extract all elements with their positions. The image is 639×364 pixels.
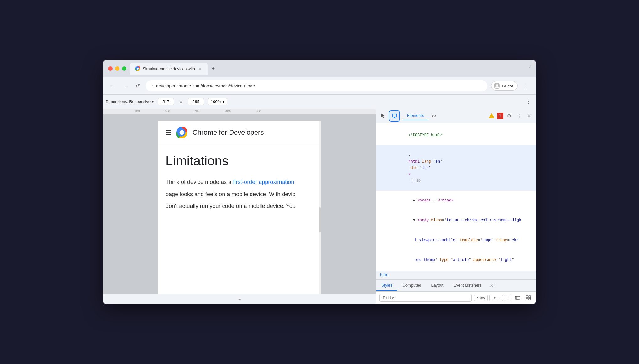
guest-label: Guest [502, 84, 513, 88]
simulated-page: ☰ Chrome for Developers [158, 121, 321, 294]
guest-button[interactable]: Guest [491, 81, 518, 91]
tree-line-body[interactable]: ▼ <body class="tenant--chrome color-sche… [376, 211, 536, 230]
zoom-value: 100% [211, 99, 221, 104]
device-mode-toolbar: Dimensions: Responsive ▾ x 100% ▾ ⋮ [103, 94, 536, 109]
devtools-header-actions: ! 1 ⚙ ⋮ × [488, 112, 533, 120]
more-dots-icon: ⋮ [526, 99, 531, 105]
tree-line-body-2[interactable]: t viewport--mobile" template="page" them… [376, 230, 536, 250]
svg-point-5 [180, 131, 184, 135]
close-button[interactable] [108, 66, 113, 71]
page-scrollbar[interactable] [319, 121, 321, 294]
zoom-arrow-icon: ▾ [222, 99, 224, 104]
tab-layout[interactable]: Layout [426, 280, 448, 291]
forward-button[interactable]: → [121, 81, 129, 90]
ruler: 100 200 300 400 500 [103, 109, 376, 114]
tree-line-body-3[interactable]: ome-theme" type="article" appearance="li… [376, 250, 536, 270]
zoom-selector[interactable]: 100% ▾ [208, 98, 227, 105]
more-options-button[interactable]: ⋮ [523, 97, 533, 107]
url-bar[interactable]: ⊙ developer.chrome.com/docs/devtools/dev… [146, 80, 487, 91]
title-bar-right: ˅ [529, 66, 531, 71]
dimensions-selector[interactable]: Dimensions: Responsive ▾ [106, 99, 154, 104]
html-tree: <!DOCTYPE html> ▸ <html lang="en" dir="l… [376, 123, 536, 271]
svg-rect-14 [529, 298, 531, 300]
page-paragraph-1: Think of device mode as a first-order ap… [166, 177, 314, 187]
address-bar-actions: Guest ⋮ [491, 81, 531, 91]
page-header: ☰ Chrome for Developers [158, 121, 321, 143]
devtools-bottom-panel: Styles Computed Layout Event Listeners >… [376, 279, 536, 304]
toggle-element-state-button[interactable] [513, 294, 522, 302]
tab-title: Simulate mobile devices with [143, 66, 195, 71]
more-devtools-icon: ⋮ [517, 113, 521, 119]
minimize-button[interactable] [115, 66, 119, 71]
filter-input[interactable] [379, 294, 472, 302]
reload-button[interactable]: ↺ [133, 81, 142, 90]
dimensions-arrow-icon: ▾ [152, 99, 154, 104]
breadcrumb-html[interactable]: html [380, 273, 389, 277]
scrollbar-thumb[interactable] [319, 207, 321, 232]
settings-button[interactable]: ⚙ [504, 112, 513, 120]
back-button[interactable]: ← [108, 81, 117, 90]
tab-elements[interactable]: Elements [403, 111, 428, 120]
hov-filter-button[interactable]: :hov [474, 295, 488, 301]
error-count: 1 [499, 114, 501, 118]
tab-favicon [135, 66, 140, 71]
tab-close-button[interactable]: × [198, 66, 203, 71]
svg-rect-13 [526, 298, 528, 300]
cls-filter-button[interactable]: .cls [489, 295, 503, 301]
page-paragraph-2: page looks and feels on a mobile device.… [166, 190, 314, 199]
height-input[interactable] [188, 98, 204, 105]
security-icon: ⊙ [150, 84, 154, 88]
window-chevron-icon[interactable]: ˅ [529, 66, 531, 71]
tree-line-head[interactable]: ▶ <head> … </head> [376, 191, 536, 211]
content-area: 100 200 300 400 500 ☰ [103, 109, 536, 304]
page-heading: Limitations [166, 153, 314, 169]
toggle-device-toolbar-button[interactable] [389, 110, 400, 122]
more-bottom-tabs[interactable]: >> [487, 281, 498, 290]
breadcrumb-bar: html [376, 271, 536, 279]
svg-point-1 [137, 68, 139, 70]
first-order-link[interactable]: first-order approximation [233, 179, 294, 185]
site-title: Chrome for Developers [193, 128, 264, 137]
chrome-logo-icon [176, 127, 187, 138]
filter-bar: :hov .cls + [376, 292, 536, 304]
svg-rect-11 [526, 296, 528, 298]
more-devtools-button[interactable]: ⋮ [515, 112, 523, 120]
new-tab-button[interactable]: + [209, 64, 218, 73]
viewport-container: 100 200 300 400 500 ☰ [103, 109, 376, 304]
toolbar-right: ⋮ [523, 97, 533, 107]
svg-rect-9 [515, 296, 520, 299]
tab-event-listeners[interactable]: Event Listeners [448, 280, 487, 291]
svg-rect-12 [529, 296, 531, 298]
svg-rect-6 [392, 114, 397, 117]
drag-handle-icon: ≡ [238, 297, 241, 302]
toggle-classes-icon [526, 295, 531, 300]
width-input[interactable] [158, 98, 174, 105]
url-text: developer.chrome.com/docs/devtools/devic… [156, 83, 255, 88]
tree-line-html[interactable]: ▸ <html lang="en" dir="ltr" > == $0 [376, 145, 536, 191]
maximize-button[interactable] [122, 66, 126, 71]
tree-line-doctype[interactable]: <!DOCTYPE html> [376, 126, 536, 145]
guest-avatar-icon [494, 83, 500, 89]
toggle-classes-button[interactable] [524, 294, 533, 302]
warnings-button[interactable]: ! [488, 112, 496, 120]
traffic-lights [108, 66, 126, 71]
browser-menu-button[interactable]: ⋮ [520, 81, 531, 91]
tab-computed[interactable]: Computed [397, 280, 426, 291]
devtools-header: Elements >> ! 1 [376, 109, 536, 123]
tab-styles[interactable]: Styles [376, 280, 397, 291]
add-style-button[interactable]: + [505, 295, 511, 301]
close-devtools-button[interactable]: × [525, 112, 533, 120]
browser-window: Simulate mobile devices with × + ˅ ← → ↺… [103, 60, 536, 304]
toolbar-left: Dimensions: Responsive ▾ x 100% ▾ [106, 98, 523, 105]
more-tabs-button[interactable]: >> [429, 112, 439, 119]
svg-point-2 [496, 84, 498, 86]
toggle-state-icon [515, 295, 520, 300]
active-tab[interactable]: Simulate mobile devices with × [130, 63, 208, 75]
viewport-bottom-bar: ≡ [103, 294, 376, 304]
cursor-icon [380, 113, 386, 119]
inspect-element-button[interactable] [379, 112, 388, 120]
errors-button[interactable]: 1 [497, 113, 503, 119]
devtools-tabs: Elements >> [403, 111, 439, 120]
address-bar: ← → ↺ ⊙ developer.chrome.com/docs/devtoo… [103, 77, 536, 94]
hamburger-icon: ☰ [166, 129, 171, 136]
